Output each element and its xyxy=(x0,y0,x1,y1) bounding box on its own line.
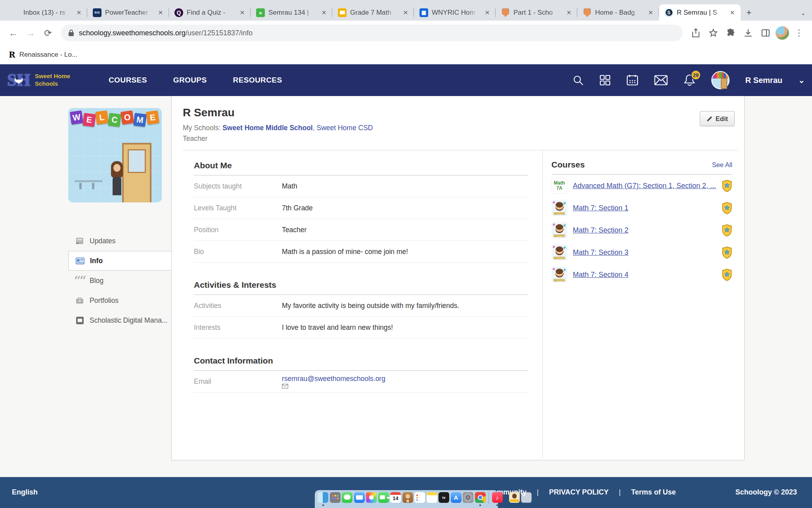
email-row: Email rsemrau@sweethomeschools.org xyxy=(194,371,528,393)
updates-icon xyxy=(75,237,84,244)
sidebar-item-updates[interactable]: Updates xyxy=(68,231,171,251)
tab-close-icon[interactable]: ✕ xyxy=(320,8,328,17)
tab-close-icon[interactable]: ✕ xyxy=(728,8,737,17)
tab-close-icon[interactable]: ✕ xyxy=(75,8,83,17)
chrome-menu-icon[interactable]: ⋮ xyxy=(791,25,806,40)
search-icon[interactable] xyxy=(573,75,584,86)
messages-envelope-icon[interactable] xyxy=(654,75,668,85)
side-panel-icon[interactable] xyxy=(758,25,773,40)
profile-picture-welcome[interactable]: WELCOME xyxy=(68,108,162,202)
dock-settings-icon[interactable]: ⚙ xyxy=(463,492,473,503)
browser-tab[interactable]: Home - Badg ✕ xyxy=(577,4,659,21)
contact-information-section: Contact Information Email rsemrau@sweeth… xyxy=(194,356,528,393)
address-bar[interactable]: schoology.sweethomeschools.org/user/1251… xyxy=(61,25,683,41)
about-me-section: About Me Subjects taught Math Levels Tau… xyxy=(194,161,528,263)
browser-tab[interactable]: R Semrau | S ✕ xyxy=(659,4,741,21)
language-selector[interactable]: English xyxy=(12,488,38,496)
browser-tab[interactable]: Grade 7 Math ✕ xyxy=(332,4,414,21)
nav-resources[interactable]: RESOURCES xyxy=(233,76,282,85)
bookmark-renaissance[interactable]: Renaissance - Lo... xyxy=(19,51,77,59)
download-icon[interactable] xyxy=(741,25,756,40)
email-link[interactable]: rsemrau@sweethomeschools.org xyxy=(282,375,385,383)
award-shield-badge-icon xyxy=(722,180,732,192)
browser-tab[interactable]: SIS PowerTeacher ✕ xyxy=(87,4,169,21)
browser-tab[interactable]: Part 1 - Scho ✕ xyxy=(496,4,577,21)
forward-button[interactable]: → xyxy=(23,25,38,40)
section-heading-activities: Activities & Interests xyxy=(194,280,528,295)
notifications-bell-icon[interactable]: 29 xyxy=(684,74,695,87)
course-icon xyxy=(552,222,567,238)
dock-appletv-icon[interactable]: tv xyxy=(439,492,449,503)
user-avatar[interactable] xyxy=(711,71,730,89)
course-link[interactable]: Math 7: Section 4 xyxy=(573,271,716,279)
bookmark-star-icon[interactable] xyxy=(706,25,721,40)
dock-contacts-icon[interactable] xyxy=(402,492,413,503)
nav-groups[interactable]: GROUPS xyxy=(173,76,207,85)
chrome-profile-avatar[interactable] xyxy=(776,26,789,40)
user-name[interactable]: R Semrau xyxy=(745,76,782,85)
info-icon xyxy=(76,258,84,264)
sidebar-item-portfolios[interactable]: Portfolios xyxy=(68,291,171,310)
tab-close-icon[interactable]: ✕ xyxy=(483,8,492,17)
sidebar-item-blog[interactable]: ““Blog xyxy=(68,271,171,291)
dock-messages-icon[interactable] xyxy=(342,492,352,503)
course-link[interactable]: Math 7: Section 1 xyxy=(573,204,716,212)
dock-separator xyxy=(506,492,506,504)
course-link[interactable]: Advanced Math (G7): Section 1, Section 2… xyxy=(573,182,716,190)
school-link-csd[interactable]: Sweet Home CSD xyxy=(316,124,373,132)
school-logo[interactable]: SH Sweet HomeSchools xyxy=(7,68,98,92)
back-button[interactable]: ← xyxy=(6,25,21,40)
privacy-policy-link[interactable]: PRIVACY POLICY xyxy=(549,488,609,496)
course-list-item: Math7A Advanced Math (G7): Section 1, Se… xyxy=(552,175,732,197)
course-list-item: Math 7: Section 1 xyxy=(552,197,732,219)
tab-close-icon[interactable]: ✕ xyxy=(401,8,410,17)
tab-search-chevron-icon[interactable]: ⌄ xyxy=(801,10,806,17)
welcome-door-graphic xyxy=(122,143,151,202)
tab-close-icon[interactable]: ✕ xyxy=(156,8,165,17)
dock-facetime-icon[interactable] xyxy=(378,492,389,503)
browser-tab[interactable]: ▦ WNYRIC Hom ✕ xyxy=(414,4,496,21)
browser-tab[interactable]: Inbox (13) - rs ✕ xyxy=(6,4,87,21)
course-link[interactable]: Math 7: Section 3 xyxy=(573,248,716,257)
dock-finder-icon[interactable] xyxy=(318,492,328,503)
calendar-icon[interactable] xyxy=(626,74,638,86)
welcome-letter-tile: E xyxy=(82,113,96,127)
dock-photobooth-icon[interactable] xyxy=(509,492,520,503)
tab-close-icon[interactable]: ✕ xyxy=(238,8,247,17)
page-title: R Semrau xyxy=(183,106,734,119)
welcome-letter-tile: W xyxy=(70,110,83,125)
apps-grid-icon[interactable] xyxy=(599,75,611,86)
dock-notes-icon[interactable] xyxy=(427,492,437,503)
welcome-letter-tile: E xyxy=(146,110,159,125)
share-icon[interactable] xyxy=(688,25,703,40)
browser-tab[interactable]: » Semrau 134 | ✕ xyxy=(251,4,332,21)
dock-reminders-icon[interactable] xyxy=(414,492,425,503)
dock-photos-icon[interactable] xyxy=(366,492,377,503)
dock-appstore-icon[interactable]: A xyxy=(451,492,462,503)
url-text: schoology.sweethomeschools.org/user/1251… xyxy=(79,29,253,37)
dock-chrome-icon[interactable] xyxy=(475,492,486,503)
section-heading-contact: Contact Information xyxy=(194,356,528,371)
new-tab-button[interactable]: + xyxy=(743,7,755,19)
dock-calendar-icon[interactable]: 14 xyxy=(390,492,401,503)
reload-button[interactable]: ⟳ xyxy=(40,25,56,40)
dock-launchpad-icon[interactable] xyxy=(330,492,341,503)
sidebar-item-info[interactable]: Info xyxy=(68,251,171,271)
browser-tab[interactable]: Q Find a Quiz - ✕ xyxy=(169,4,251,21)
edit-button[interactable]: Edit xyxy=(700,111,735,126)
see-all-link[interactable]: See All xyxy=(712,161,732,169)
blog-icon: ““ xyxy=(75,278,84,283)
welcome-letter-tile: M xyxy=(133,113,147,127)
nav-courses[interactable]: COURSES xyxy=(109,76,147,85)
school-link-middle-school[interactable]: Sweet Home Middle School xyxy=(222,124,313,132)
extensions-puzzle-icon[interactable] xyxy=(723,25,738,40)
tab-close-icon[interactable]: ✕ xyxy=(565,8,573,17)
sidebar-item-scholastic[interactable]: Scholastic Digital Mana... xyxy=(68,310,171,330)
terms-of-use-link[interactable]: Terms of Use xyxy=(631,488,676,496)
dock-mail-icon[interactable] xyxy=(354,492,365,503)
tab-close-icon[interactable]: ✕ xyxy=(646,8,655,17)
dock-trash-icon[interactable] xyxy=(521,492,532,503)
course-link[interactable]: Math 7: Section 2 xyxy=(573,226,716,235)
dock-music-icon[interactable]: ♪ xyxy=(492,492,503,503)
account-chevron-down-icon[interactable]: ⌄ xyxy=(798,75,805,85)
